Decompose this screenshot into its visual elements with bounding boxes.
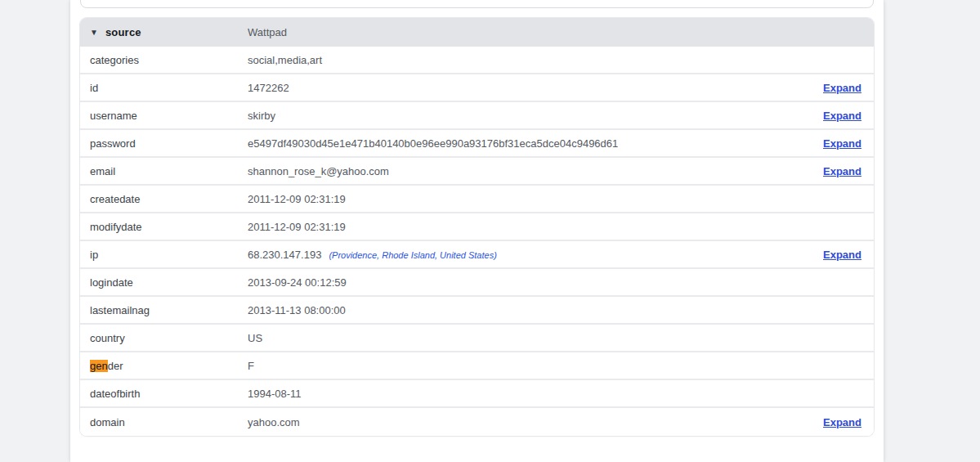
field-label: categories (90, 54, 248, 66)
field-value-cell: 1994-08-11 (248, 388, 861, 400)
field-value: US (248, 332, 262, 344)
field-label: createdate (90, 193, 248, 205)
field-label: modifydate (90, 221, 248, 233)
table-row: password e5497df49030d45e1e471b40140b0e9… (80, 130, 874, 158)
expand-link[interactable]: Expand (823, 82, 861, 94)
field-value-cell: social,media,art (248, 54, 861, 66)
field-value: 2013-11-13 08:00:00 (248, 304, 346, 316)
field-label: password (90, 137, 248, 150)
field-label: domain (90, 416, 248, 428)
table-row: domain yahoo.com Expand (80, 408, 874, 436)
field-label-text: id (90, 82, 98, 94)
table-row: categories social,media,art (80, 47, 874, 74)
field-label-text: der (108, 360, 123, 372)
record-table: ▼ source Wattpad categories social,media… (80, 18, 874, 436)
table-row: gender F (80, 352, 874, 380)
field-value-cell: US (248, 332, 861, 344)
field-value-cell: skirby (248, 110, 810, 122)
field-label-text: lastemailnag (90, 304, 150, 316)
field-label-text: password (90, 137, 136, 150)
previous-card-bottom (80, 0, 874, 8)
field-value: 2013-09-24 00:12:59 (248, 276, 347, 289)
field-value: shannon_rose_k@yahoo.com (248, 165, 389, 177)
field-label: lastemailnag (90, 304, 248, 316)
table-row: username skirby Expand (80, 102, 874, 130)
field-value-cell: 68.230.147.193 (Providence, Rhode Island… (248, 249, 810, 261)
field-value: e5497df49030d45e1e471b40140b0e96ee990a93… (248, 137, 618, 150)
table-row: dateofbirth 1994-08-11 (80, 380, 874, 408)
panel-inner: ▼ source Wattpad categories social,media… (80, 0, 874, 436)
field-value-cell: 2011-12-09 02:31:19 (248, 221, 861, 233)
table-row: logindate 2013-09-24 00:12:59 (80, 269, 874, 297)
field-value: 2011-12-09 02:31:19 (248, 193, 346, 205)
field-value: 68.230.147.193 (248, 249, 321, 261)
field-value-cell: 2013-11-13 08:00:00 (248, 304, 861, 316)
field-value: social,media,art (248, 54, 322, 66)
field-value: yahoo.com (248, 416, 300, 428)
field-label: gender (90, 360, 248, 372)
field-label: dateofbirth (90, 388, 248, 400)
table-row: modifydate 2011-12-09 02:31:19 (80, 213, 874, 241)
field-value: F (248, 360, 254, 372)
ip-location-note: (Providence, Rhode Island, United States… (329, 250, 496, 260)
source-header-label: ▼ source (90, 26, 248, 38)
table-row: id 1472262 Expand (80, 74, 874, 102)
table-row: country US (80, 325, 874, 352)
field-label-text: logindate (90, 276, 133, 289)
results-panel: ▼ source Wattpad categories social,media… (70, 0, 884, 462)
source-header-row: ▼ source Wattpad (80, 18, 874, 47)
field-label-text: createdate (90, 193, 140, 205)
field-label-text: username (90, 110, 137, 122)
field-label-text: domain (90, 416, 125, 428)
field-value-cell: e5497df49030d45e1e471b40140b0e96ee990a93… (248, 137, 810, 150)
field-label-text: categories (90, 54, 139, 66)
field-label: email (90, 165, 248, 177)
field-label-text: country (90, 332, 125, 344)
field-label: ip (90, 249, 248, 261)
expand-link[interactable]: Expand (823, 165, 861, 177)
field-value-cell: 1472262 (248, 82, 810, 94)
field-value-cell: F (248, 360, 861, 372)
field-label-text: dateofbirth (90, 388, 140, 400)
field-value-cell: 2013-09-24 00:12:59 (248, 276, 861, 289)
expand-link[interactable]: Expand (823, 416, 861, 428)
field-value: 1994-08-11 (248, 388, 302, 400)
field-label: username (90, 110, 248, 122)
search-highlight: gen (90, 360, 108, 372)
field-label: country (90, 332, 248, 344)
field-value-cell: shannon_rose_k@yahoo.com (248, 165, 810, 177)
table-row: email shannon_rose_k@yahoo.com Expand (80, 158, 874, 186)
field-value: skirby (248, 110, 275, 122)
table-row: ip 68.230.147.193 (Providence, Rhode Isl… (80, 241, 874, 269)
field-label: id (90, 82, 248, 94)
field-value-cell: 2011-12-09 02:31:19 (248, 193, 861, 205)
field-label-text: email (90, 165, 115, 177)
source-value: Wattpad (248, 26, 861, 38)
field-value: 2011-12-09 02:31:19 (248, 221, 346, 233)
field-value: 1472262 (248, 82, 289, 94)
expand-link[interactable]: Expand (823, 110, 861, 122)
expand-link[interactable]: Expand (823, 249, 861, 261)
record-rows: categories social,media,art id 1472262 E… (80, 47, 874, 436)
expand-link[interactable]: Expand (823, 137, 861, 150)
table-row: createdate 2011-12-09 02:31:19 (80, 186, 874, 213)
table-row: lastemailnag 2013-11-13 08:00:00 (80, 297, 874, 325)
field-label: logindate (90, 276, 248, 289)
field-label-text: modifydate (90, 221, 142, 233)
source-field-label: source (105, 26, 141, 38)
field-value-cell: yahoo.com (248, 416, 810, 428)
collapse-triangle-icon[interactable]: ▼ (90, 29, 98, 37)
field-label-text: ip (90, 249, 98, 261)
